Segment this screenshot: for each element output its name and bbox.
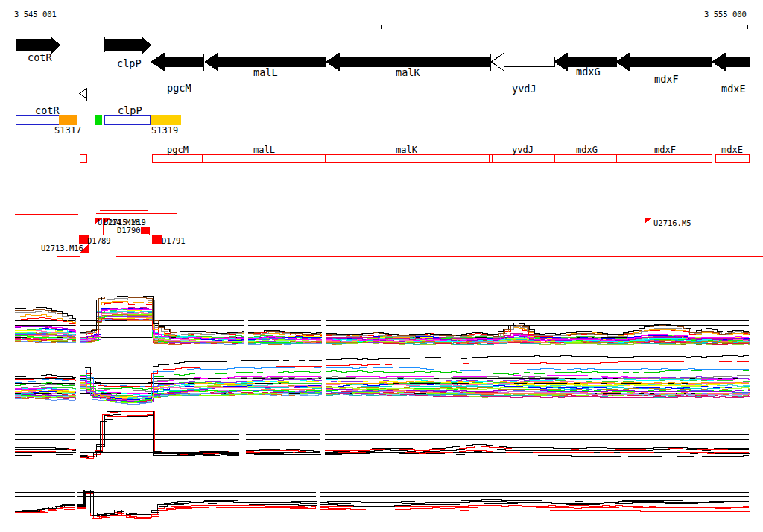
region-box-unnamed[interactable] xyxy=(80,154,86,162)
ruler-end-label: 3 555 000 xyxy=(704,10,747,19)
gene-label-yvdJ: yvdJ xyxy=(512,83,536,95)
box-marker-label: D1790 xyxy=(117,226,141,235)
gene-arrow-mdxF[interactable] xyxy=(616,54,712,71)
feature-track: cotRS1317clpPS1319 xyxy=(16,104,181,136)
region-label-pgcM: pgcM xyxy=(167,145,189,155)
gene-label-clpP: clpP xyxy=(117,57,142,69)
region-box-malL[interactable] xyxy=(202,154,325,162)
region-box-mdxE[interactable] xyxy=(715,154,749,162)
region-label-mdxE: mdxE xyxy=(721,145,743,155)
region-track: pgcMmalLmalKyvdJmdxGmdxFmdxE xyxy=(80,145,749,162)
expression-panel-2 xyxy=(15,355,749,404)
region-label-malK: malK xyxy=(396,145,418,155)
ruler xyxy=(16,25,747,29)
feature-label-cotR-cds: cotR xyxy=(35,104,60,116)
gene-label-malK: malK xyxy=(396,66,420,78)
box-marker-D1789[interactable]: D1789 xyxy=(79,235,111,245)
region-box-mdxF[interactable] xyxy=(616,154,712,162)
expression-panel-1 xyxy=(15,296,749,345)
gene-label-pgcM: pgcM xyxy=(167,82,191,94)
feature-label-clpP-cds: clpP xyxy=(118,104,142,116)
ruler-start-label: 3 545 001 xyxy=(14,10,57,19)
feature-box-S1317[interactable] xyxy=(59,115,77,125)
gene-label-mdxE: mdxE xyxy=(721,83,746,95)
triangle-marker-U2713.M16[interactable]: U2713.M16 xyxy=(41,244,89,253)
expression-series xyxy=(15,416,749,457)
feature-box-S1319[interactable] xyxy=(151,115,181,125)
region-box-pgcM[interactable] xyxy=(152,154,202,162)
genome-browser-canvas: cotRclpPpgcMmalLmalKyvdJmdxGmdxFmdxEcotR… xyxy=(0,0,763,532)
triangle-marker-label: U2713.M16 xyxy=(41,244,83,253)
feature-box-green-feature[interactable] xyxy=(95,115,102,125)
feature-label-S1317: S1317 xyxy=(54,125,81,136)
expression-series xyxy=(15,415,749,459)
box-marker-label: D1791 xyxy=(162,236,186,245)
probe-track: U2714.M18U2715.M19U2716.M5D1790D1789D179… xyxy=(15,211,763,257)
expression-series xyxy=(15,411,749,457)
gene-track: cotRclpPpgcMmalLmalKyvdJmdxGmdxFmdxE xyxy=(16,37,749,95)
region-label-mdxG: mdxG xyxy=(576,145,598,155)
region-label-malL: malL xyxy=(253,145,275,155)
expression-series xyxy=(15,491,749,516)
expression-panel-3 xyxy=(15,411,749,459)
gene-label-mdxF: mdxF xyxy=(654,73,679,85)
gene-label-cotR: cotR xyxy=(28,51,52,63)
region-label-yvdJ: yvdJ xyxy=(512,145,534,155)
flag-marker-U2716.M5[interactable]: U2716.M5 xyxy=(645,218,691,235)
gene-arrow-mdxE[interactable] xyxy=(712,54,749,71)
feature-label-S1319: S1319 xyxy=(151,125,178,136)
feature-box-cotR-cds[interactable] xyxy=(16,115,59,124)
feature-box-clpP-cds[interactable] xyxy=(104,115,150,124)
gene-label-mdxG: mdxG xyxy=(576,66,601,77)
expression-series xyxy=(15,493,749,517)
triangle-marker-icon[interactable] xyxy=(80,89,87,102)
region-box-yvdJ[interactable] xyxy=(492,154,554,162)
gene-arrow-clpP[interactable] xyxy=(105,37,151,54)
flag-marker-label: U2716.M5 xyxy=(653,218,691,227)
gene-arrow-pgcM[interactable] xyxy=(151,54,203,71)
gene-label-malL: malL xyxy=(253,66,278,78)
genome-browser-plot: cotRclpPpgcMmalLmalKyvdJmdxGmdxFmdxEcotR… xyxy=(0,0,763,532)
region-label-mdxF: mdxF xyxy=(654,145,676,155)
gene-arrow-yvdJ[interactable] xyxy=(491,54,554,71)
box-marker-label: D1789 xyxy=(87,236,111,245)
box-marker-D1790[interactable]: D1790 xyxy=(117,226,150,235)
region-box-mdxG[interactable] xyxy=(554,154,616,162)
region-box-malK[interactable] xyxy=(326,154,489,162)
box-marker-D1791[interactable]: D1791 xyxy=(152,235,186,245)
expression-panel-4 xyxy=(15,490,749,519)
